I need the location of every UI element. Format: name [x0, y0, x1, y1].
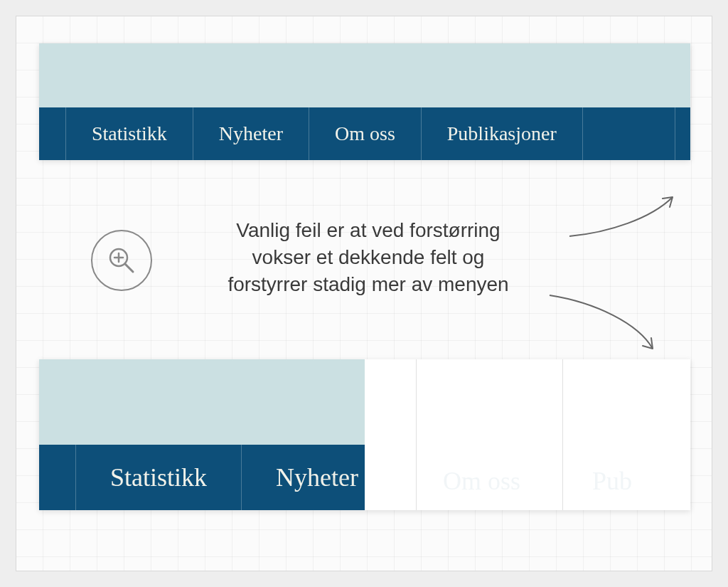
ghost-text-pub: Pub: [592, 466, 632, 496]
ghost-text-er: er: [326, 466, 346, 496]
menu-item-publikasjoner[interactable]: Publikasjoner: [422, 107, 583, 160]
ghost-text-om-oss: Om oss: [443, 466, 520, 496]
menu-item-nyheter[interactable]: Nyheter: [193, 107, 309, 160]
menu-item-om-oss[interactable]: Om oss: [309, 107, 422, 160]
menu-leading-spacer: [39, 445, 76, 510]
menu-item-statistikk[interactable]: Statistikk: [76, 445, 242, 510]
nav-example-enlarged-broken: Statistikk Nyheter Om oss Pub Om oss Pub…: [39, 359, 690, 510]
annotation-line-3: forstyrrer stadig mer av menyen: [169, 271, 567, 298]
arrow-to-bottom: [546, 288, 667, 359]
menubar: Statistikk Nyheter Om oss Publikasjoner: [39, 107, 690, 160]
diagram-frame: Statistikk Nyheter Om oss Publikasjoner …: [16, 16, 712, 571]
arrow-to-top: [566, 190, 687, 247]
menu-leading-spacer: [39, 107, 66, 160]
banner-area-clipped: [39, 359, 365, 445]
nav-example-normal: Statistikk Nyheter Om oss Publikasjoner: [39, 43, 690, 160]
annotation-line-2: vokser et dekkende felt og: [169, 244, 567, 271]
annotation-block: Vanlig feil er at ved forstørring vokser…: [91, 210, 674, 345]
annotation-line-1: Vanlig feil er at ved forstørring: [169, 217, 567, 244]
obscuring-overlay: Om oss Pub er: [365, 359, 690, 510]
ghost-divider: [562, 359, 563, 510]
menu-tail: [583, 107, 675, 160]
ghost-divider: [416, 359, 417, 510]
zoom-in-icon: [91, 230, 152, 291]
annotation-text: Vanlig feil er at ved forstørring vokser…: [169, 217, 567, 297]
svg-line-1: [125, 264, 133, 272]
banner-area: [39, 43, 690, 107]
menu-item-statistikk[interactable]: Statistikk: [66, 107, 193, 160]
menu-trailing-spacer: [675, 107, 690, 160]
